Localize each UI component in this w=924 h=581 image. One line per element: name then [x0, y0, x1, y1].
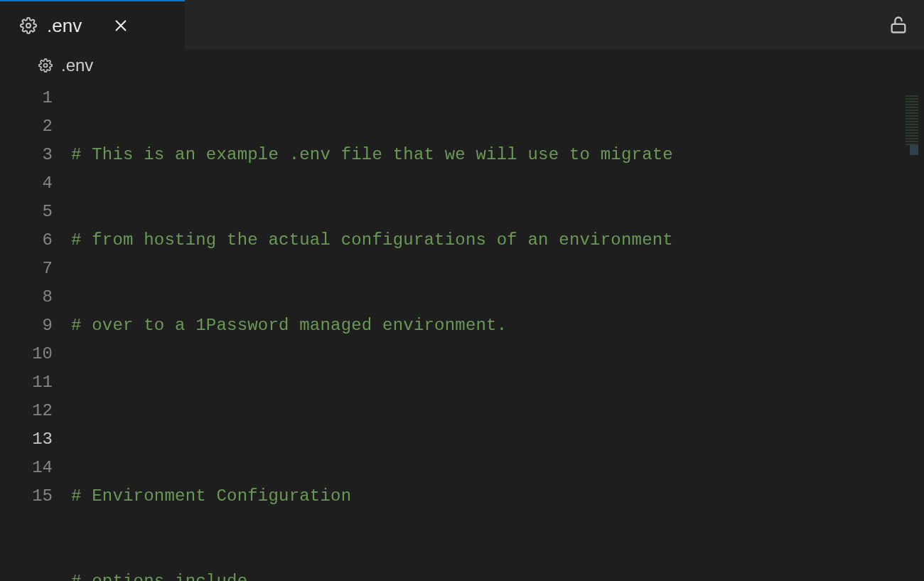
svg-point-0 — [26, 23, 31, 28]
line-number: 12 — [0, 397, 53, 425]
unlock-icon[interactable] — [888, 15, 908, 35]
close-icon[interactable] — [113, 18, 129, 33]
comment: # options include — [71, 567, 247, 581]
code-line[interactable]: # This is an example .env file that we w… — [71, 141, 924, 169]
tab-env[interactable]: .env — [0, 0, 185, 50]
line-number: 14 — [0, 454, 53, 482]
line-number: 2 — [0, 112, 53, 141]
line-number: 7 — [0, 255, 53, 283]
code-line[interactable] — [71, 397, 924, 425]
line-number: 10 — [0, 340, 53, 368]
line-number-wrap — [0, 511, 53, 539]
code-line[interactable]: # options include — [71, 567, 924, 581]
line-number: 3 — [0, 141, 53, 169]
line-number: 6 — [0, 226, 53, 255]
gear-icon — [20, 17, 37, 34]
comment: # This is an example .env file that we w… — [71, 141, 673, 169]
breadcrumb[interactable]: .env — [0, 50, 924, 81]
line-number: 13 — [0, 425, 53, 454]
code-line[interactable]: # over to a 1Password managed environmen… — [71, 311, 924, 340]
line-number: 9 — [0, 311, 53, 340]
gear-icon — [38, 58, 53, 73]
code-area[interactable]: # This is an example .env file that we w… — [71, 84, 924, 581]
tab-label: .env — [47, 15, 82, 37]
comment: # from hosting the actual configurations… — [71, 226, 673, 255]
code-line[interactable]: # from hosting the actual configurations… — [71, 226, 924, 255]
line-number: 11 — [0, 368, 53, 397]
breadcrumb-filename: .env — [61, 55, 93, 75]
comment: # over to a 1Password managed environmen… — [71, 311, 507, 340]
tab-bar: .env — [0, 0, 924, 50]
code-line[interactable]: # Environment Configuration — [71, 482, 924, 511]
comment: # Environment Configuration — [71, 482, 351, 511]
minimap[interactable] — [906, 95, 918, 145]
line-number: 1 — [0, 84, 53, 112]
editor[interactable]: 1 2 3 4 5 6 7 8 9 10 11 12 13 14 15 # Th… — [0, 81, 924, 581]
line-number: 5 — [0, 198, 53, 226]
gutter: 1 2 3 4 5 6 7 8 9 10 11 12 13 14 15 — [0, 84, 71, 581]
svg-point-4 — [44, 64, 48, 68]
line-number: 15 — [0, 482, 53, 511]
line-number: 8 — [0, 283, 53, 311]
line-number: 4 — [0, 169, 53, 198]
minimap[interactable] — [910, 145, 918, 155]
svg-rect-3 — [892, 24, 906, 33]
tabbar-actions — [888, 0, 924, 50]
